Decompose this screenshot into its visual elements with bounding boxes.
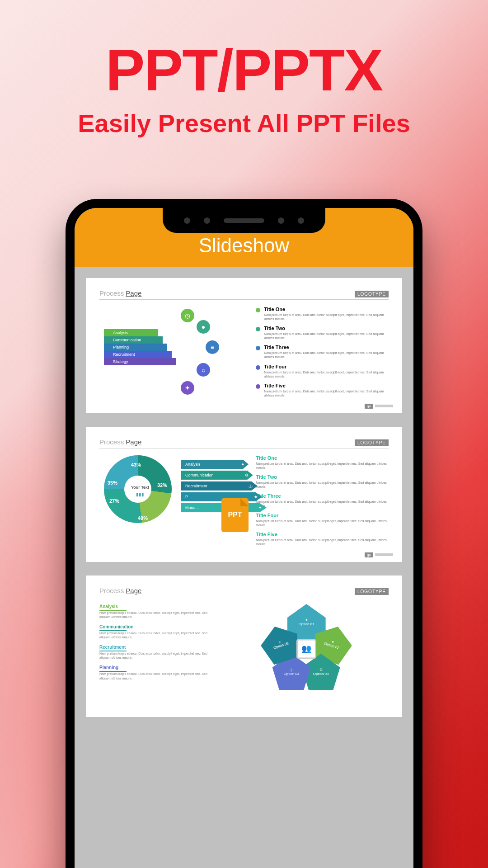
list-item-desc: Nam pretium turpis et arcu. Duis arcu to…	[264, 389, 389, 397]
flow-label: Recruitment	[104, 351, 172, 358]
category-title: Communication	[99, 624, 215, 629]
bar-label: Communication	[185, 473, 214, 477]
gear-icon: ⚙	[319, 668, 323, 672]
money-icon: ●	[242, 462, 244, 467]
list-item-content: Title Two Nam pretium turpis et arcu. Du…	[264, 326, 389, 340]
logotype-badge: LOGOTYPE	[355, 588, 389, 595]
slide-thumbnail[interactable]: Process Page LOGOTYPE Analysis Nam preti…	[86, 576, 402, 717]
footer-bar	[375, 405, 393, 407]
camera-icon	[298, 217, 304, 224]
flow-label: Planning	[104, 344, 167, 351]
list-item: Title One Nam pretium turpis et arcu. Du…	[256, 455, 389, 470]
slide-title-suffix: Page	[126, 289, 141, 297]
logotype-badge: LOGOTYPE	[355, 291, 389, 297]
list-item-content: Title One Nam pretium turpis et arcu. Du…	[264, 307, 389, 321]
slide-footer: go	[365, 404, 393, 409]
arrow-bar: Communication⚙	[181, 471, 253, 480]
list-item-content: Title One Nam pretium turpis et arcu. Du…	[256, 455, 389, 470]
category-item: Recruitment Nam pretium turpis et arcu. …	[99, 645, 215, 660]
bar-label: P...	[185, 495, 191, 499]
bulb-icon: ✦	[181, 381, 194, 395]
list-item-title: Title Three	[256, 493, 389, 499]
bullet-icon	[256, 308, 260, 312]
app-header-title: Slideshow	[199, 234, 290, 257]
promo-subtitle: Easily Present All PPT Files	[0, 108, 488, 138]
list-item-content: Title Three Nam pretium turpis et arcu. …	[256, 493, 389, 508]
list-item-desc: Nam pretium turpis et arcu. Duis arcu to…	[256, 519, 389, 527]
footer-bar	[375, 553, 393, 556]
category-title: Recruitment	[99, 645, 215, 650]
list-item-content: Title Five Nam pretium turpis et arcu. D…	[256, 532, 389, 546]
slide-footer: go	[365, 552, 393, 557]
list-item-title: Title Five	[264, 383, 389, 388]
flow-label: Analysis	[104, 329, 158, 336]
category-desc: Nam pretium turpis et arcu. Duis arcu to…	[99, 611, 215, 619]
segment-label: Option 03	[313, 672, 329, 676]
list-item-desc: Nam pretium turpis et arcu. Duis arcu to…	[256, 500, 389, 508]
donut-center: Your Text ▮▮▮	[131, 485, 149, 498]
list-item-desc: Nam pretium turpis et arcu. Duis arcu to…	[256, 481, 389, 489]
bullet-icon	[256, 327, 260, 331]
list-item: Title Five Nam pretium turpis et arcu. D…	[256, 532, 389, 546]
flow-label: Strategy	[104, 358, 176, 365]
money-bag-icon: ●	[197, 320, 210, 334]
donut-pct: 43%	[131, 462, 141, 467]
bar-label: Analysis	[185, 462, 201, 467]
donut-pct: 27%	[109, 498, 119, 504]
flow-diagram: Analysis Communication Planning Recruitm…	[99, 307, 247, 402]
list-item-desc: Nam pretium turpis et arcu. Duis arcu to…	[264, 313, 389, 321]
phone-notch	[163, 208, 325, 233]
slides-scroll-area[interactable]: Process Page LOGOTYPE Analysis Communica…	[75, 267, 413, 728]
list-item: Title Five Nam pretium turpis et arcu. D…	[256, 383, 389, 397]
bullet-icon	[256, 384, 260, 389]
slide-title-prefix: Process	[99, 438, 124, 446]
list-item-title: Title Five	[256, 532, 389, 537]
arrow-bar: Recruitment⚓	[181, 481, 258, 491]
slide-title-prefix: Process	[99, 289, 124, 297]
list-item: Title One Nam pretium turpis et arcu. Du…	[256, 307, 389, 321]
category-title: Analysis	[99, 604, 215, 609]
list-item-desc: Nam pretium turpis et arcu. Duis arcu to…	[264, 351, 389, 359]
list-item-title: Title Four	[264, 364, 389, 369]
star-icon: ★	[254, 495, 258, 499]
donut-pct: 48%	[138, 515, 148, 521]
slide-title-prefix: Process	[99, 587, 124, 594]
list-item-title: Title Two	[256, 474, 389, 480]
logotype-badge: LOGOTYPE	[355, 439, 389, 446]
list-item-title: Title Two	[264, 326, 389, 331]
ppt-file-icon: PPT	[221, 498, 249, 532]
slide-title: Process Page	[99, 289, 141, 297]
list-item-title: Title Three	[264, 344, 389, 350]
list-item: Title Two Nam pretium turpis et arcu. Du…	[256, 326, 389, 340]
people-icon: 👥	[296, 639, 316, 659]
ppt-badge-label: PPT	[228, 511, 242, 519]
anchor-icon: ⚓	[289, 668, 294, 672]
go-badge: go	[365, 404, 373, 409]
promo-title: PPT/PPTX	[0, 36, 488, 104]
list-item-title: Title One	[256, 455, 389, 461]
phone-frame: Slideshow Process Page LOGOTYPE Analysis	[66, 199, 422, 868]
flow-labels: Analysis Communication Planning Recruitm…	[104, 329, 176, 365]
bar-label: Mana...	[185, 505, 199, 510]
list-item-title: Title One	[264, 307, 389, 312]
category-desc: Nam pretium turpis et arcu. Duis arcu to…	[99, 631, 215, 639]
list-item: Title Three Nam pretium turpis et arcu. …	[256, 344, 389, 359]
bulb-icon: ✦	[258, 505, 262, 510]
slide-header: Process Page LOGOTYPE	[99, 438, 389, 448]
slide-thumbnail[interactable]: Process Page LOGOTYPE Your Text ▮▮▮	[86, 427, 402, 562]
list-item-desc: Nam pretium turpis et arcu. Duis arcu to…	[256, 538, 389, 546]
camera-icon	[184, 217, 190, 224]
clock-icon: ◷	[181, 309, 194, 322]
bulb-icon: ✦	[305, 618, 308, 622]
list-item: Title Three Nam pretium turpis et arcu. …	[256, 493, 389, 508]
slide-title-suffix: Page	[126, 587, 141, 594]
slide-thumbnail[interactable]: Process Page LOGOTYPE Analysis Communica…	[86, 278, 402, 413]
list-item-desc: Nam pretium turpis et arcu. Duis arcu to…	[256, 462, 389, 470]
pentagon: ✦Option 01 ●Option 02 ⚙Option 03 ⚓Option…	[261, 604, 352, 690]
list-item-content: Title Two Nam pretium turpis et arcu. Du…	[256, 474, 389, 489]
slide-title: Process Page	[99, 438, 141, 446]
category-desc: Nam pretium turpis et arcu. Duis arcu to…	[99, 651, 215, 660]
list-item: Title Two Nam pretium turpis et arcu. Du…	[256, 474, 389, 489]
title-list: Title One Nam pretium turpis et arcu. Du…	[256, 455, 389, 551]
list-item-desc: Nam pretium turpis et arcu. Duis arcu to…	[264, 332, 389, 340]
